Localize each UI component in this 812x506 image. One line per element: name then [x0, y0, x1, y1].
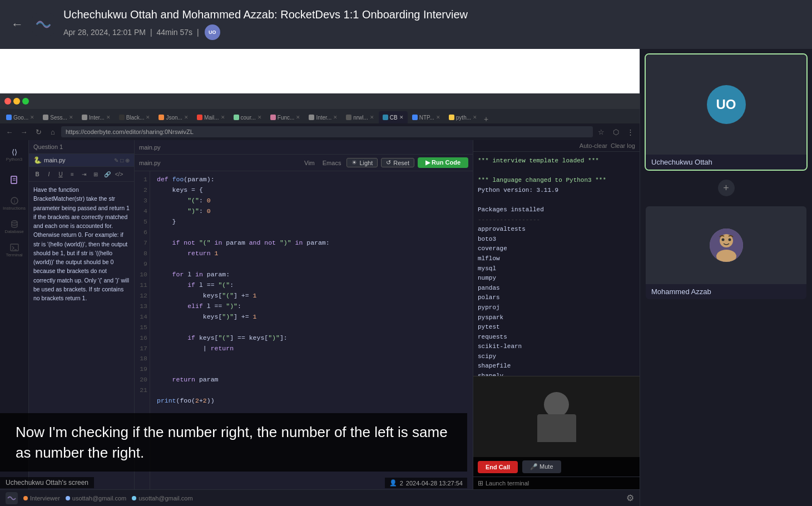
screen-share-label: Uchechukwu Ottah's screen: [0, 477, 94, 488]
browser-tab-json[interactable]: Json... ✕: [155, 111, 192, 123]
emacs-button[interactable]: Emacs: [320, 158, 344, 167]
light-toggle-button[interactable]: ☀ Light: [346, 158, 378, 167]
browser-tab-inter2[interactable]: Inter... ✕: [305, 111, 341, 123]
autoclear-button[interactable]: Auto-clear: [580, 142, 607, 149]
output-line: boto3: [478, 235, 635, 245]
meeting-meta: Apr 28, 2024, 12:01 PM | 44min 57s | UO: [63, 23, 801, 41]
browser-tabs-row: Goo... ✕ Sess... ✕ Inter... ✕: [0, 109, 640, 123]
output-line: [478, 195, 635, 205]
screen-share-area: Goo... ✕ Sess... ✕ Inter... ✕: [0, 49, 640, 506]
meeting-duration: 44min 57s: [157, 28, 193, 37]
participant-card-1: UO Uchechukwu Ottah: [645, 53, 808, 171]
launch-terminal-button[interactable]: ⊞ Launch terminal: [473, 477, 640, 489]
output-line: shapefile: [478, 361, 635, 371]
interviewer-dot: [23, 496, 28, 500]
timestamp-text: 2024-04-28 13:27:54: [406, 480, 463, 487]
browser-refresh[interactable]: ↻: [32, 126, 44, 138]
link-button[interactable]: 🔗: [102, 169, 112, 179]
ide-icon-code[interactable]: ⟨⟩ Python3: [3, 143, 26, 166]
browser-tab-ntp[interactable]: NTP... ✕: [408, 111, 444, 123]
browser-extensions[interactable]: ⬡: [610, 126, 622, 138]
url-bar[interactable]: https://coderbyte.com/editor/sharing:0Nr…: [61, 126, 593, 137]
browser-minimize-btn[interactable]: [13, 98, 20, 105]
subtitle-text: Now I'm checking if the number right, th…: [16, 422, 452, 463]
browser-tab-sess[interactable]: Sess... ✕: [39, 111, 77, 123]
output-line: numpy: [478, 274, 635, 284]
output-line: requests: [478, 333, 635, 343]
meeting-date: Apr 28, 2024, 12:01 PM: [63, 28, 146, 37]
output-line: scikit-learn: [478, 342, 635, 352]
reset-button[interactable]: ↺ Reset: [381, 158, 414, 167]
browser-tab-goo[interactable]: Goo... ✕: [2, 111, 38, 123]
end-call-button[interactable]: End Call: [478, 461, 518, 473]
image-button[interactable]: ⊞: [91, 169, 101, 179]
list-button[interactable]: ≡: [67, 169, 77, 179]
participant-name-1: Uchechukwu Ottah: [646, 155, 806, 170]
vim-button[interactable]: Vim: [302, 158, 317, 167]
browser-tab-nrwl[interactable]: nrwl... ✕: [342, 111, 378, 123]
output-line: *** language changed to Python3 ***: [478, 176, 635, 186]
reset-icon: ↺: [386, 159, 391, 166]
video-background: [473, 376, 640, 457]
subtitle-overlay: Now I'm checking if the number right, th…: [0, 413, 467, 472]
underline-button[interactable]: U: [56, 169, 66, 179]
status-interviewer: Interviewer: [23, 495, 60, 502]
email2-label: usottah@gmail.com: [138, 495, 192, 502]
svg-point-6: [12, 221, 17, 223]
browser-tab-black[interactable]: Black... ✕: [115, 111, 155, 123]
light-icon: ☀: [351, 159, 357, 166]
browser-maximize-btn[interactable]: [22, 98, 29, 105]
output-line: Python version: 3.11.9: [478, 186, 635, 196]
back-button[interactable]: ←: [11, 17, 23, 32]
output-line: mlflow: [478, 254, 635, 264]
participants-panel: UO Uchechukwu Ottah +: [640, 49, 812, 506]
call-controls: End Call 🎤 Mute: [473, 457, 640, 477]
add-participant-button[interactable]: +: [718, 180, 735, 196]
meeting-title: Uchechukwu Ottah and Mohammed Azzab: Roc…: [63, 8, 801, 21]
output-line: polars: [478, 293, 635, 303]
bold-button[interactable]: B: [32, 169, 42, 179]
participant-photo-ma: [710, 229, 743, 262]
interviewer-label: Interviewer: [30, 495, 60, 502]
browser-close-btn[interactable]: [4, 98, 11, 105]
output-panel: Auto-clear Clear log *** interview templ…: [473, 140, 640, 489]
browser-forward[interactable]: →: [18, 126, 30, 138]
new-tab-button[interactable]: +: [482, 115, 491, 123]
browser-menu[interactable]: ⋮: [624, 126, 636, 138]
run-code-button[interactable]: ▶ Run Code: [418, 157, 468, 168]
video-feed: [473, 376, 640, 457]
browser-tab-pyth[interactable]: pyth... ✕: [445, 111, 481, 123]
video-call-overlay: End Call 🎤 Mute ⊞ Launch terminal: [473, 376, 640, 489]
notes-toolbar: B I U ≡ ⇥ ⊞ 🔗 </>: [29, 167, 134, 182]
meeting-info: Uchechukwu Ottah and Mohammed Azzab: Roc…: [63, 8, 801, 41]
settings-button[interactable]: ⚙: [626, 493, 634, 503]
code-button[interactable]: </>: [114, 169, 124, 179]
screen-share-top: [0, 49, 640, 93]
status-logo: [6, 492, 18, 504]
participant-video-2: [646, 206, 806, 284]
indent-button[interactable]: ⇥: [79, 169, 89, 179]
browser-tab-inter1[interactable]: Inter... ✕: [78, 111, 115, 123]
code-file-tab[interactable]: main.py: [139, 144, 161, 151]
file-name: main.py: [44, 157, 66, 163]
browser-home[interactable]: ⌂: [47, 126, 59, 138]
browser-tab-cb[interactable]: CB ✕: [379, 111, 408, 123]
video-person-silhouette: [537, 392, 576, 442]
ide-icon-database[interactable]: Database: [3, 216, 26, 238]
ide-icon-file[interactable]: [3, 169, 26, 191]
person-torso: [537, 414, 576, 442]
italic-button[interactable]: I: [44, 169, 54, 179]
ide-icon-instructions[interactable]: i Instructions: [3, 192, 26, 215]
participant-card-2: Mohammed Azzab: [645, 205, 808, 300]
browser-back[interactable]: ←: [3, 126, 16, 138]
browser-tab-cour[interactable]: cour... ✕: [230, 111, 266, 123]
clearlog-button[interactable]: Clear log: [611, 142, 635, 149]
ide-icon-terminal[interactable]: Terminal: [3, 239, 26, 261]
email1-label: usottah@gmail.com: [72, 495, 126, 502]
editor-controls: main.py Vim Emacs ☀ Light ↺: [135, 155, 473, 171]
editor-mode-label: main.py: [139, 160, 161, 166]
browser-tab-func[interactable]: Func... ✕: [266, 111, 305, 123]
browser-tab-mail[interactable]: Mail... ✕: [193, 111, 229, 123]
mute-button[interactable]: 🎤 Mute: [522, 460, 561, 473]
browser-bookmark[interactable]: ☆: [595, 126, 607, 138]
